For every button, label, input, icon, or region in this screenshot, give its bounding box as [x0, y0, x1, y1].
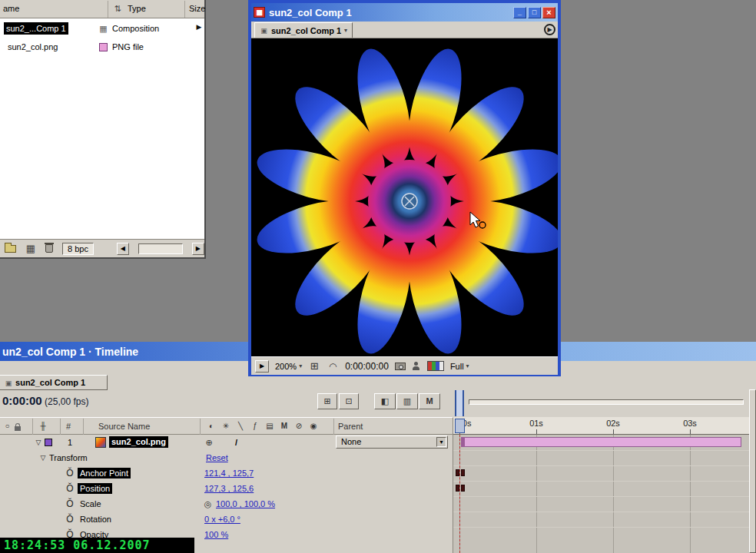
transform-reset-link[interactable]: Reset	[206, 450, 228, 465]
scroll-right-button[interactable]: ▶	[192, 243, 204, 255]
panel-menu-button[interactable]: ▶	[544, 24, 555, 35]
bpc-button[interactable]: 8 bpc	[62, 243, 94, 255]
effects-switch-icon[interactable]: ƒ	[250, 418, 260, 435]
name-column-header[interactable]: ame	[3, 0, 19, 18]
sort-icon[interactable]: ⇅	[112, 0, 123, 18]
property-label[interactable]: Scale	[80, 496, 101, 512]
property-label[interactable]: Anchor Point	[78, 468, 131, 478]
frame-blend-button[interactable]: ▥	[396, 393, 418, 409]
show-snapshot-icon[interactable]	[412, 362, 421, 370]
zoom-dropdown-icon[interactable]: ▾	[299, 363, 302, 369]
close-button[interactable]: ×	[542, 7, 555, 18]
adjustment-layer-switch-icon[interactable]: ⊘	[293, 418, 304, 435]
property-row-scale[interactable]: Ŏ Scale ◎ 100,0 , 100,0 %	[0, 496, 453, 512]
current-time-display[interactable]: 0:00:00 (25,00 fps)	[2, 392, 88, 409]
play-button[interactable]: ▶	[255, 360, 269, 373]
layer-number-column-header[interactable]: #	[63, 418, 74, 435]
stopwatch-icon[interactable]: Ŏ	[65, 465, 75, 481]
show-channel-icon[interactable]	[427, 361, 444, 371]
layer-name[interactable]: sun2_col.png	[109, 436, 168, 448]
project-item-name[interactable]: sun2_...Comp 1	[4, 22, 68, 35]
scroll-left-button[interactable]: ◀	[117, 243, 129, 255]
switches-column-icon[interactable]: ╫	[37, 418, 49, 435]
scrollbar-track[interactable]	[138, 243, 183, 254]
threed-switch-icon[interactable]: ◉	[308, 418, 319, 435]
snapshot-icon[interactable]	[395, 363, 406, 370]
comp-timecode[interactable]: 0:00:00:00	[345, 361, 389, 372]
minimize-button[interactable]: _	[513, 7, 526, 18]
comp-tab[interactable]: ▣ sun2_col Comp 1 ▾	[254, 22, 353, 38]
current-time-indicator-line[interactable]	[459, 435, 460, 553]
property-row-position[interactable]: Ŏ Position 127,3 , 125,6	[0, 481, 453, 496]
flowchart-button[interactable]: ⊞	[317, 393, 337, 409]
quality-switch[interactable]: /	[235, 435, 237, 450]
zoom-select[interactable]: 200% ▾	[275, 362, 302, 371]
parent-dropdown[interactable]: None ▾	[336, 435, 448, 449]
comp-window[interactable]: ▦ sun2_col Comp 1 _ □ × ▣ sun2_col Comp …	[248, 0, 561, 376]
av-features-switch-icon[interactable]: ◐	[206, 418, 217, 435]
panel-flyout-icon[interactable]: ▶	[194, 23, 204, 31]
property-row-anchor-point[interactable]: Ŏ Anchor Point 121,4 , 125,7	[0, 465, 453, 481]
size-column-header[interactable]: Size	[189, 0, 205, 18]
stopwatch-icon[interactable]: Ŏ	[65, 496, 75, 512]
timeline-ruler[interactable]: :00s 01s 02s 03s	[453, 417, 749, 435]
safe-zones-button[interactable]: ⊞	[308, 360, 320, 372]
property-row-rotation[interactable]: Ŏ Rotation 0 x +6,0 °	[0, 512, 453, 527]
trash-icon[interactable]	[45, 244, 53, 253]
current-time-indicator-head[interactable]	[455, 419, 465, 433]
motion-blur-button[interactable]: M	[419, 393, 440, 409]
resolution-select[interactable]: Full ▾	[450, 362, 469, 371]
draft-3d-button[interactable]: ◧	[374, 393, 396, 409]
timeline-tab[interactable]: ▣ sun2_col Comp 1	[0, 375, 108, 390]
scale-link-icon[interactable]: ◎	[203, 496, 213, 512]
lock-column-icon[interactable]	[15, 426, 21, 431]
navigator-bar[interactable]	[469, 399, 744, 405]
parent-dropdown-arrow[interactable]: ▾	[436, 437, 446, 447]
comp-marker-button[interactable]: ⊡	[339, 393, 359, 409]
layer-expand-icon[interactable]: ▽	[34, 435, 43, 450]
quality-switch-icon[interactable]: ╲	[235, 418, 246, 435]
timeline-left-panel: ▽ 1 sun2_col.png ⊕ / None ▾ ▽ Transform …	[0, 435, 453, 553]
property-value[interactable]: 100,0 , 100,0 %	[216, 496, 275, 512]
property-value[interactable]: 0 x +6,0 °	[204, 512, 240, 527]
property-label[interactable]: Rotation	[80, 512, 111, 527]
comp-titlebar[interactable]: ▦ sun2_col Comp 1 _ □ ×	[251, 3, 558, 22]
parent-column-header[interactable]: Parent	[338, 418, 384, 435]
transform-group-row[interactable]: ▽ Transform Reset	[0, 450, 453, 465]
timeline-scrollbar[interactable]	[749, 389, 756, 553]
layer-duration-bar[interactable]	[461, 437, 741, 447]
maximize-button[interactable]: □	[528, 7, 541, 18]
type-column-header[interactable]: Type	[128, 0, 146, 18]
transform-group-label[interactable]: Transform	[49, 450, 88, 465]
stopwatch-icon[interactable]: Ŏ	[65, 481, 75, 496]
property-value[interactable]: 121,4 , 125,7	[204, 465, 254, 481]
new-composition-icon[interactable]: ▦	[25, 243, 36, 254]
timeline-navigator[interactable]	[453, 389, 749, 417]
comp-tab-dropdown-icon[interactable]: ▾	[344, 27, 347, 34]
layer-switch-icon[interactable]: ⊕	[203, 435, 215, 450]
project-item-name[interactable]: sun2_col.png	[8, 40, 58, 55]
property-label[interactable]: Position	[78, 483, 112, 494]
motion-blur-switch-icon[interactable]: M	[279, 418, 290, 435]
source-name-column-header[interactable]: Source Name	[98, 418, 175, 435]
comp-viewer[interactable]	[251, 38, 558, 356]
time-indicator-handle[interactable]	[455, 390, 464, 416]
keyframe-marker[interactable]	[461, 485, 465, 492]
layer-row[interactable]: ▽ 1 sun2_col.png ⊕ / None ▾	[0, 435, 453, 450]
stopwatch-icon[interactable]: Ŏ	[65, 512, 75, 527]
project-item-row[interactable]: sun2_...Comp 1 ▦ Composition	[0, 22, 192, 36]
new-folder-icon[interactable]	[5, 245, 16, 253]
project-item-row[interactable]: sun2_col.png PNG file	[0, 40, 192, 55]
resolution-dropdown-icon[interactable]: ▾	[466, 363, 469, 369]
transform-expand-icon[interactable]: ▽	[38, 450, 48, 465]
video-column-icon[interactable]: ○	[2, 418, 12, 435]
frame-blend-switch-icon[interactable]: ▤	[264, 418, 275, 435]
layer-color-swatch[interactable]	[45, 439, 52, 446]
layer-in-point[interactable]	[461, 437, 465, 447]
solo-switch-icon[interactable]: ✳	[220, 418, 231, 435]
property-value[interactable]: 100 %	[204, 527, 228, 542]
region-of-interest-button[interactable]: ◠	[327, 361, 339, 372]
property-value[interactable]: 127,3 , 125,6	[204, 481, 254, 496]
timeline-track-area[interactable]	[453, 435, 749, 553]
keyframe-marker[interactable]	[461, 469, 465, 476]
